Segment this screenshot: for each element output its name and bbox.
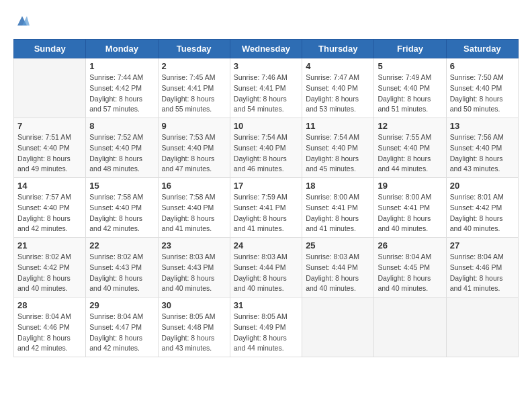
sunset-text: Sunset: 4:40 PM bbox=[89, 144, 142, 152]
calendar-week-row: 1 Sunrise: 7:44 AM Sunset: 4:42 PM Dayli… bbox=[14, 58, 519, 118]
day-info: Sunrise: 7:49 AM Sunset: 4:40 PM Dayligh… bbox=[378, 73, 442, 115]
day-number: 10 bbox=[234, 121, 298, 131]
sunrise-text: Sunrise: 7:58 AM bbox=[162, 193, 216, 201]
day-info: Sunrise: 8:03 AM Sunset: 4:44 PM Dayligh… bbox=[306, 252, 370, 294]
day-number: 18 bbox=[306, 181, 370, 191]
sunrise-text: Sunrise: 8:05 AM bbox=[234, 312, 287, 320]
sunrise-text: Sunrise: 8:03 AM bbox=[162, 253, 216, 261]
calendar-cell: 28 Sunrise: 8:04 AM Sunset: 4:46 PM Dayl… bbox=[14, 298, 86, 357]
day-number: 12 bbox=[378, 121, 442, 131]
daylight-text: Daylight: 8 hours and 48 minutes. bbox=[89, 154, 142, 173]
day-number: 6 bbox=[450, 61, 515, 71]
daylight-text: Daylight: 8 hours and 40 minutes. bbox=[17, 274, 71, 293]
sunset-text: Sunset: 4:42 PM bbox=[17, 263, 70, 271]
calendar-weekday-sunday: Sunday bbox=[14, 40, 86, 58]
sunrise-text: Sunrise: 8:04 AM bbox=[450, 253, 504, 261]
day-number: 27 bbox=[450, 240, 515, 250]
calendar-weekday-friday: Friday bbox=[374, 40, 446, 58]
sunrise-text: Sunrise: 7:56 AM bbox=[450, 133, 504, 141]
day-info: Sunrise: 8:01 AM Sunset: 4:42 PM Dayligh… bbox=[450, 192, 515, 234]
calendar-cell: 25 Sunrise: 8:03 AM Sunset: 4:44 PM Dayl… bbox=[302, 238, 374, 298]
daylight-text: Daylight: 8 hours and 51 minutes. bbox=[378, 95, 431, 113]
sunrise-text: Sunrise: 8:04 AM bbox=[378, 253, 431, 261]
sunrise-text: Sunrise: 7:50 AM bbox=[450, 73, 504, 81]
day-number: 24 bbox=[234, 240, 298, 250]
calendar-header-row: SundayMondayTuesdayWednesdayThursdayFrid… bbox=[14, 40, 519, 58]
day-info: Sunrise: 7:52 AM Sunset: 4:40 PM Dayligh… bbox=[89, 132, 154, 175]
day-info: Sunrise: 7:44 AM Sunset: 4:42 PM Dayligh… bbox=[89, 73, 154, 115]
day-info: Sunrise: 8:04 AM Sunset: 4:45 PM Dayligh… bbox=[378, 252, 442, 294]
sunrise-text: Sunrise: 8:04 AM bbox=[17, 312, 71, 320]
sunrise-text: Sunrise: 7:47 AM bbox=[306, 73, 359, 81]
day-number: 26 bbox=[378, 240, 442, 250]
daylight-text: Daylight: 8 hours and 47 minutes. bbox=[162, 154, 215, 173]
calendar-cell: 12 Sunrise: 7:55 AM Sunset: 4:40 PM Dayl… bbox=[374, 118, 446, 178]
daylight-text: Daylight: 8 hours and 41 minutes. bbox=[162, 214, 215, 233]
daylight-text: Daylight: 8 hours and 40 minutes. bbox=[306, 274, 359, 293]
calendar-cell: 30 Sunrise: 8:05 AM Sunset: 4:48 PM Dayl… bbox=[158, 298, 230, 357]
sunrise-text: Sunrise: 7:51 AM bbox=[17, 133, 71, 141]
calendar-week-row: 14 Sunrise: 7:57 AM Sunset: 4:40 PM Dayl… bbox=[14, 178, 519, 238]
sunset-text: Sunset: 4:49 PM bbox=[234, 323, 286, 331]
calendar-cell: 29 Sunrise: 8:04 AM Sunset: 4:47 PM Dayl… bbox=[86, 298, 158, 357]
day-number: 14 bbox=[17, 181, 82, 191]
sunset-text: Sunset: 4:45 PM bbox=[378, 263, 430, 271]
day-info: Sunrise: 8:05 AM Sunset: 4:49 PM Dayligh… bbox=[234, 312, 298, 354]
sunrise-text: Sunrise: 7:46 AM bbox=[234, 73, 287, 81]
day-info: Sunrise: 8:02 AM Sunset: 4:42 PM Dayligh… bbox=[17, 252, 82, 294]
calendar-weekday-tuesday: Tuesday bbox=[158, 40, 230, 58]
sunset-text: Sunset: 4:44 PM bbox=[234, 263, 286, 271]
day-number: 7 bbox=[17, 121, 82, 131]
daylight-text: Daylight: 8 hours and 41 minutes. bbox=[306, 214, 359, 233]
calendar-cell: 11 Sunrise: 7:54 AM Sunset: 4:40 PM Dayl… bbox=[302, 118, 374, 178]
day-number: 23 bbox=[162, 240, 226, 250]
daylight-text: Daylight: 8 hours and 54 minutes. bbox=[234, 95, 287, 113]
day-info: Sunrise: 7:45 AM Sunset: 4:41 PM Dayligh… bbox=[162, 73, 226, 115]
daylight-text: Daylight: 8 hours and 55 minutes. bbox=[162, 95, 215, 113]
sunrise-text: Sunrise: 8:03 AM bbox=[234, 253, 287, 261]
calendar-cell: 5 Sunrise: 7:49 AM Sunset: 4:40 PM Dayli… bbox=[374, 58, 446, 118]
day-info: Sunrise: 7:46 AM Sunset: 4:41 PM Dayligh… bbox=[234, 73, 298, 115]
daylight-text: Daylight: 8 hours and 42 minutes. bbox=[17, 214, 71, 233]
daylight-text: Daylight: 8 hours and 40 minutes. bbox=[378, 214, 431, 233]
daylight-text: Daylight: 8 hours and 40 minutes. bbox=[162, 274, 215, 293]
day-number: 31 bbox=[234, 300, 298, 310]
logo bbox=[13, 13, 30, 28]
sunset-text: Sunset: 4:40 PM bbox=[17, 144, 70, 152]
calendar-cell: 1 Sunrise: 7:44 AM Sunset: 4:42 PM Dayli… bbox=[86, 58, 158, 118]
day-info: Sunrise: 7:58 AM Sunset: 4:40 PM Dayligh… bbox=[162, 192, 226, 234]
day-number: 28 bbox=[17, 300, 82, 310]
calendar-cell: 2 Sunrise: 7:45 AM Sunset: 4:41 PM Dayli… bbox=[158, 58, 230, 118]
calendar-cell: 31 Sunrise: 8:05 AM Sunset: 4:49 PM Dayl… bbox=[230, 298, 302, 357]
daylight-text: Daylight: 8 hours and 40 minutes. bbox=[378, 274, 431, 293]
calendar-cell: 4 Sunrise: 7:47 AM Sunset: 4:40 PM Dayli… bbox=[302, 58, 374, 118]
calendar-cell bbox=[446, 298, 518, 357]
sunset-text: Sunset: 4:48 PM bbox=[162, 323, 214, 331]
sunrise-text: Sunrise: 8:01 AM bbox=[450, 193, 504, 201]
daylight-text: Daylight: 8 hours and 42 minutes. bbox=[89, 214, 142, 233]
calendar-weekday-saturday: Saturday bbox=[446, 40, 518, 58]
sunrise-text: Sunrise: 7:44 AM bbox=[89, 73, 143, 81]
day-number: 25 bbox=[306, 240, 370, 250]
day-info: Sunrise: 7:47 AM Sunset: 4:40 PM Dayligh… bbox=[306, 73, 370, 115]
day-info: Sunrise: 8:00 AM Sunset: 4:41 PM Dayligh… bbox=[378, 192, 442, 234]
calendar-cell: 21 Sunrise: 8:02 AM Sunset: 4:42 PM Dayl… bbox=[14, 238, 86, 298]
day-info: Sunrise: 8:04 AM Sunset: 4:46 PM Dayligh… bbox=[450, 252, 515, 294]
calendar-cell: 16 Sunrise: 7:58 AM Sunset: 4:40 PM Dayl… bbox=[158, 178, 230, 238]
day-info: Sunrise: 7:50 AM Sunset: 4:40 PM Dayligh… bbox=[450, 73, 515, 115]
day-info: Sunrise: 7:53 AM Sunset: 4:40 PM Dayligh… bbox=[162, 132, 226, 175]
sunset-text: Sunset: 4:40 PM bbox=[378, 144, 430, 152]
day-number: 16 bbox=[162, 181, 226, 191]
sunrise-text: Sunrise: 8:02 AM bbox=[17, 253, 71, 261]
daylight-text: Daylight: 8 hours and 40 minutes. bbox=[450, 214, 503, 233]
calendar-cell bbox=[374, 298, 446, 357]
daylight-text: Daylight: 8 hours and 40 minutes. bbox=[234, 274, 287, 293]
calendar-week-row: 7 Sunrise: 7:51 AM Sunset: 4:40 PM Dayli… bbox=[14, 118, 519, 178]
sunset-text: Sunset: 4:40 PM bbox=[378, 84, 430, 92]
daylight-text: Daylight: 8 hours and 49 minutes. bbox=[17, 154, 71, 173]
calendar-cell: 22 Sunrise: 8:02 AM Sunset: 4:43 PM Dayl… bbox=[86, 238, 158, 298]
sunset-text: Sunset: 4:41 PM bbox=[162, 84, 214, 92]
daylight-text: Daylight: 8 hours and 57 minutes. bbox=[89, 95, 142, 113]
logo-icon bbox=[15, 13, 30, 28]
day-number: 17 bbox=[234, 181, 298, 191]
